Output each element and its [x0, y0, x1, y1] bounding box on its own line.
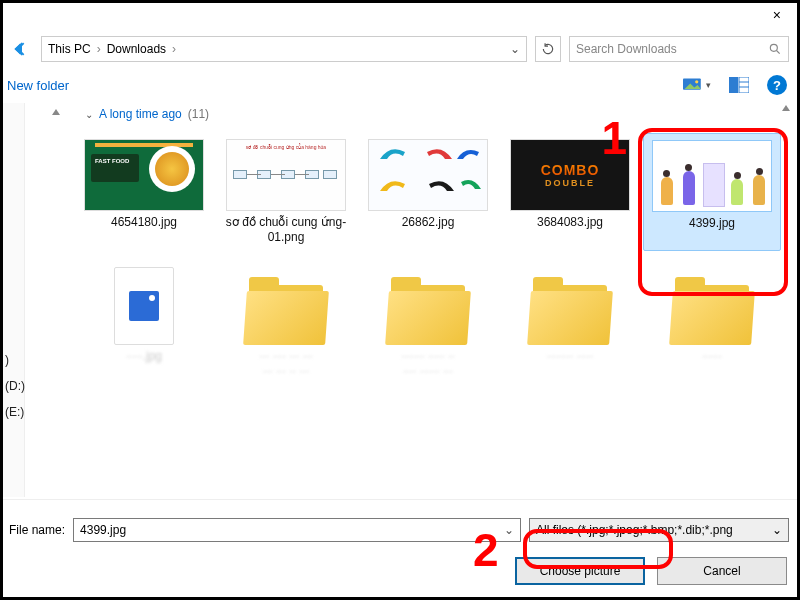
filename-input[interactable]: 4399.jpg ⌄ — [73, 518, 521, 542]
file-item[interactable]: sơ đồ chuỗi cung ứng của hàng hóa sơ đồ … — [217, 133, 355, 251]
chevron-down-icon: ⌄ — [85, 109, 93, 120]
filetype-select[interactable]: All files (*.jpg;*.jpeg;*.bmp;*.dib;*.pn… — [529, 518, 789, 542]
search-placeholder: Search Downloads — [576, 42, 677, 56]
scroll-up-button[interactable] — [778, 103, 794, 113]
svg-marker-11 — [782, 105, 790, 111]
file-label: 3684083.jpg — [537, 215, 603, 230]
svg-line-2 — [777, 51, 780, 54]
thumbnail-icon: FAST FOOD — [84, 139, 204, 211]
file-label: 4654180.jpg — [111, 215, 177, 230]
svg-point-1 — [770, 44, 777, 51]
folder-icon — [383, 267, 473, 345]
file-label: 4399.jpg — [689, 216, 735, 231]
thumbnail-icon — [652, 140, 772, 212]
file-label: ······· ····· ······ ······ ··· — [401, 349, 454, 379]
file-label: ··· ···· ··· ······ ··· ·· ··· — [259, 349, 312, 379]
search-icon — [768, 42, 782, 56]
chevron-down-icon[interactable]: ⌄ — [504, 523, 514, 537]
dialog-buttons: Choose picture Cancel — [515, 557, 787, 585]
svg-point-4 — [695, 80, 698, 83]
folder-icon — [525, 267, 615, 345]
file-item[interactable]: 26862.jpg — [359, 133, 497, 251]
sidebar-drive-d[interactable]: (D:) — [5, 379, 25, 393]
filename-label: File name: — [9, 523, 65, 537]
filetype-value: All files (*.jpg;*.jpeg;*.bmp;*.dib;*.pn… — [536, 523, 733, 537]
chevron-down-icon[interactable]: ⌄ — [182, 42, 520, 56]
bottom-bar: File name: 4399.jpg ⌄ All files (*.jpg;*… — [3, 499, 797, 597]
svg-marker-10 — [52, 109, 60, 115]
file-label: ······ — [702, 349, 722, 364]
filename-row: File name: 4399.jpg ⌄ All files (*.jpg;*… — [9, 518, 789, 542]
view-controls: ▾ ? — [683, 75, 787, 95]
chevron-right-icon: › — [172, 42, 176, 56]
titlebar: × — [3, 3, 797, 31]
sidebar: ) (D:) (E:) — [3, 103, 25, 497]
group-label: A long time ago — [99, 107, 182, 121]
file-grid: FAST FOOD 4654180.jpg sơ đồ chuỗi cung ứ… — [75, 133, 787, 385]
chevron-down-icon[interactable]: ⌄ — [772, 523, 782, 537]
folder-item[interactable]: ······ — [643, 261, 781, 385]
group-count: (11) — [188, 107, 209, 121]
view-details-button[interactable] — [725, 75, 753, 95]
choose-picture-button[interactable]: Choose picture — [515, 557, 645, 585]
view-thumbnails-button[interactable]: ▾ — [683, 75, 711, 95]
thumbnail-icon: sơ đồ chuỗi cung ứng của hàng hóa — [226, 139, 346, 211]
sidebar-drive-e[interactable]: (E:) — [5, 405, 24, 419]
svg-marker-0 — [15, 42, 23, 55]
file-item-selected[interactable]: 4399.jpg — [643, 133, 781, 251]
close-button[interactable]: × — [765, 7, 789, 23]
scroll-up-icon[interactable] — [51, 107, 61, 117]
folder-icon — [241, 267, 331, 345]
folder-item[interactable]: ··· ···· ··· ······ ··· ·· ··· — [217, 261, 355, 385]
refresh-button[interactable] — [535, 36, 561, 62]
file-item[interactable]: ·····.jpg — [75, 261, 213, 385]
cancel-button[interactable]: Cancel — [657, 557, 787, 585]
folder-item[interactable]: ······· ····· ······ ······ ··· — [359, 261, 497, 385]
back-arrow-icon[interactable] — [11, 38, 33, 60]
folder-icon — [667, 267, 757, 345]
filename-value: 4399.jpg — [80, 523, 126, 537]
image-file-icon — [114, 267, 174, 345]
search-input[interactable]: Search Downloads — [569, 36, 789, 62]
breadcrumb[interactable]: This PC › Downloads › ⌄ — [41, 36, 527, 62]
thumbnail-icon — [368, 139, 488, 211]
file-item[interactable]: FAST FOOD 4654180.jpg — [75, 133, 213, 251]
chevron-right-icon: › — [97, 42, 101, 56]
group-header[interactable]: ⌄ A long time ago (11) — [85, 107, 209, 121]
crumb-downloads[interactable]: Downloads — [107, 42, 166, 56]
address-bar: This PC › Downloads › ⌄ Search Downloads — [3, 31, 797, 67]
file-label: ·····.jpg — [126, 349, 162, 364]
main-content: ) (D:) (E:) ⌄ A long time ago (11) FAST … — [3, 103, 797, 497]
sidebar-bracket: ) — [5, 353, 9, 367]
annotation-number-1: 1 — [601, 111, 627, 165]
command-bar: New folder ▾ ? — [3, 67, 797, 103]
file-grid-area: ⌄ A long time ago (11) FAST FOOD 4654180… — [25, 103, 797, 497]
annotation-number-2: 2 — [473, 523, 499, 577]
svg-rect-6 — [729, 77, 738, 93]
new-folder-button[interactable]: New folder — [7, 78, 69, 93]
crumb-this-pc[interactable]: This PC — [48, 42, 91, 56]
help-icon[interactable]: ? — [767, 75, 787, 95]
svg-rect-7 — [739, 77, 749, 93]
file-label: 26862.jpg — [402, 215, 455, 230]
file-label: sơ đồ chuỗi cung ứng-01.png — [221, 215, 351, 245]
folder-item[interactable]: ········ ····· — [501, 261, 639, 385]
file-label: ········ ····· — [547, 349, 594, 364]
